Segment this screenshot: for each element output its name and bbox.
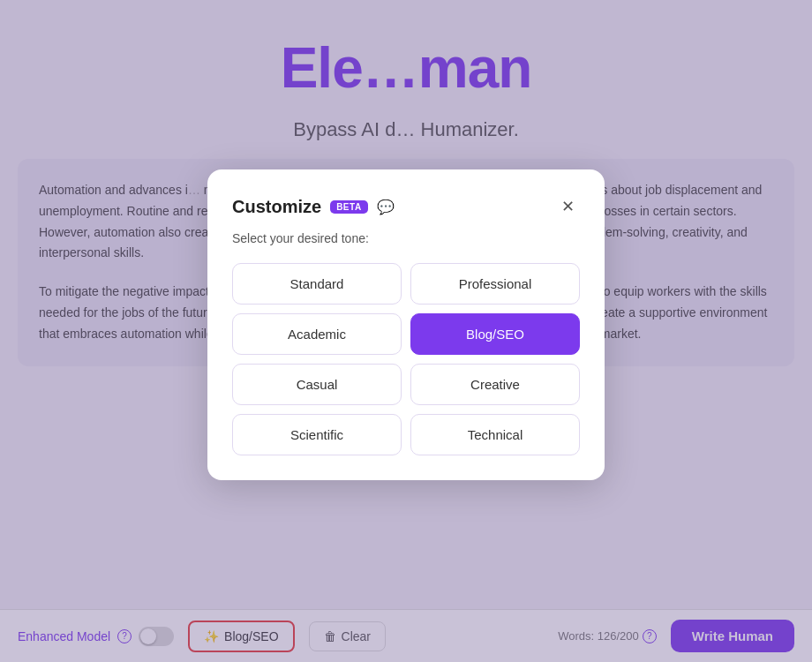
tone-option-scientific[interactable]: Scientific	[232, 414, 402, 455]
beta-badge: BETA	[330, 199, 367, 213]
modal-close-button[interactable]: ✕	[555, 194, 580, 219]
tone-options-grid: StandardProfessionalAcademicBlog/SEOCasu…	[232, 263, 580, 455]
tone-option-casual[interactable]: Casual	[232, 364, 402, 405]
customize-modal: Customize BETA 💬 ✕ Select your desired t…	[207, 169, 605, 480]
chat-icon: 💬	[377, 198, 395, 214]
tone-option-academic[interactable]: Academic	[232, 313, 402, 355]
tone-option-standard[interactable]: Standard	[232, 263, 402, 305]
modal-title: Customize	[232, 196, 321, 216]
modal-subtitle: Select your desired tone:	[232, 231, 580, 245]
tone-option-professional[interactable]: Professional	[410, 263, 580, 305]
modal-header: Customize BETA 💬 ✕	[232, 194, 580, 219]
modal-title-group: Customize BETA 💬	[232, 196, 395, 216]
tone-option-blog-seo[interactable]: Blog/SEO	[410, 313, 580, 355]
tone-option-technical[interactable]: Technical	[410, 414, 580, 455]
tone-option-creative[interactable]: Creative	[410, 364, 580, 405]
